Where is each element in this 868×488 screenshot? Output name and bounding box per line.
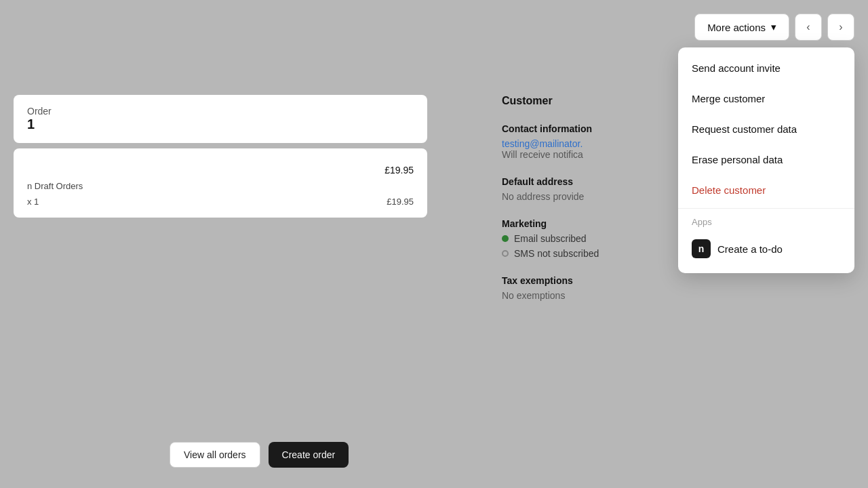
draft-orders-label: n Draft Orders (27, 181, 83, 191)
order-price: £19.95 (384, 165, 414, 176)
chevron-left-icon: ‹ (806, 21, 810, 33)
view-all-orders-button[interactable]: View all orders (170, 442, 260, 468)
dropdown-divider (678, 208, 854, 209)
sms-status-indicator (502, 250, 509, 257)
nav-prev-button[interactable]: ‹ (795, 14, 822, 41)
send-account-invite-item[interactable]: Send account invite (678, 53, 854, 83)
email-subscribed-indicator (502, 235, 509, 242)
request-customer-data-label: Request customer data (692, 123, 797, 135)
notodo-app-icon: n (692, 239, 711, 258)
price-card: £19.95 n Draft Orders x 1 £19.95 (14, 148, 427, 218)
email-subscribed-label: Email subscribed (514, 233, 587, 244)
tax-title: Tax exemptions (502, 275, 854, 286)
erase-personal-data-item[interactable]: Erase personal data (678, 144, 854, 175)
more-actions-button[interactable]: More actions ▾ (694, 14, 789, 41)
nav-next-button[interactable]: › (827, 14, 854, 41)
order-value: 1 (27, 117, 52, 132)
erase-personal-data-label: Erase personal data (692, 154, 783, 165)
more-actions-dropdown: Send account invite Merge customer Reque… (678, 47, 854, 273)
delete-customer-label: Delete customer (692, 184, 766, 196)
send-account-invite-label: Send account invite (692, 62, 781, 74)
create-todo-label: Create a to-do (717, 243, 783, 255)
toolbar: More actions ▾ ‹ › (694, 14, 854, 41)
more-actions-label: More actions (707, 22, 766, 33)
chevron-right-icon: › (839, 21, 842, 33)
tax-section: Tax exemptions No exemptions (502, 275, 854, 301)
order-label: Order (27, 106, 52, 117)
create-order-button[interactable]: Create order (269, 442, 349, 468)
merge-customer-label: Merge customer (692, 93, 765, 104)
create-todo-item[interactable]: n Create a to-do (678, 230, 854, 268)
order-summary-card: Order 1 (14, 95, 427, 143)
bottom-buttons: View all orders Create order (170, 442, 349, 468)
merge-customer-item[interactable]: Merge customer (678, 83, 854, 114)
order-total: £19.95 (387, 197, 414, 207)
left-panel: Order 1 £19.95 n Draft Orders x 1 £19.95 (0, 95, 441, 218)
apps-section-label: Apps (678, 211, 854, 230)
chevron-down-icon: ▾ (771, 21, 776, 33)
sms-status-label: SMS not subscribed (514, 248, 599, 259)
request-customer-data-item[interactable]: Request customer data (678, 114, 854, 144)
delete-customer-item[interactable]: Delete customer (678, 175, 854, 205)
quantity-label: x 1 (27, 197, 39, 207)
tax-value: No exemptions (502, 290, 854, 301)
